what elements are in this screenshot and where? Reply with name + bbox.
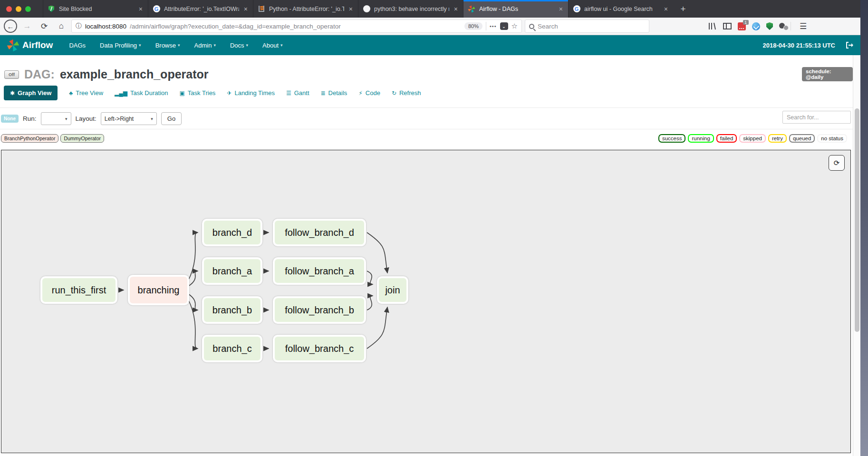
save-to-pocket-icon[interactable]: ⌄ bbox=[500, 22, 508, 30]
tab-close-icon[interactable]: × bbox=[453, 5, 459, 13]
new-tab-button[interactable]: + bbox=[673, 0, 693, 18]
browser-tab-google-search[interactable]: G airflow ui - Google Search × bbox=[568, 0, 673, 18]
browser-tab-site-blocked[interactable]: Site Blocked × bbox=[43, 0, 148, 18]
browser-tab-python-stackoverflow[interactable]: Python - AttributeError: '_io.Te × bbox=[253, 0, 358, 18]
browser-tab-attributeerror[interactable]: G AttributeError: '_io.TextIOWrapp × bbox=[148, 0, 253, 18]
tab-gantt[interactable]: ☰Gantt bbox=[286, 89, 309, 97]
desktop-background bbox=[860, 0, 868, 456]
blue-extension-icon[interactable] bbox=[752, 22, 760, 30]
tab-close-icon[interactable]: × bbox=[663, 5, 669, 13]
go-button[interactable]: Go bbox=[161, 112, 182, 125]
layout-select[interactable]: Left->Right ▾ bbox=[101, 112, 157, 125]
nav-item-about[interactable]: About▾ bbox=[262, 42, 283, 49]
forward-icon[interactable]: → bbox=[20, 19, 34, 33]
tab-task-tries[interactable]: ▣Task Tries bbox=[180, 89, 216, 97]
home-icon[interactable]: ⌂ bbox=[54, 19, 68, 33]
run-select[interactable]: ▾ bbox=[41, 112, 71, 125]
tab-tree-view[interactable]: ♣Tree View bbox=[69, 89, 103, 97]
logout-icon[interactable] bbox=[846, 41, 854, 49]
bookmark-star-icon[interactable]: ☆ bbox=[511, 22, 518, 30]
minimize-window-button[interactable] bbox=[16, 6, 21, 12]
details-icon: ≣ bbox=[321, 90, 326, 97]
graph-node-branch_b[interactable]: branch_b bbox=[202, 296, 262, 324]
graph-node-follow_branch_a[interactable]: follow_branch_a bbox=[273, 257, 366, 285]
dag-edge-branching-to-branch_c bbox=[188, 300, 198, 349]
tab-graph-view[interactable]: ✱Graph View bbox=[4, 86, 58, 100]
tab-task-duration[interactable]: ▂▄▆Task Duration bbox=[115, 89, 168, 97]
graph-node-join[interactable]: join bbox=[377, 276, 408, 304]
nav-item-data-profiling[interactable]: Data Profiling▾ bbox=[100, 42, 141, 49]
scrollbar-thumb[interactable] bbox=[855, 108, 859, 332]
cookie-extension-icon[interactable] bbox=[779, 22, 788, 30]
task-search-input[interactable] bbox=[782, 111, 851, 124]
tab-details[interactable]: ≣Details bbox=[321, 89, 347, 97]
zoom-level-badge[interactable]: 80% bbox=[464, 22, 482, 30]
divider bbox=[791, 22, 791, 30]
layout-label: Layout: bbox=[76, 115, 96, 122]
shield-favicon-icon bbox=[48, 5, 55, 13]
nav-item-browse[interactable]: Browse▾ bbox=[155, 42, 180, 49]
code-icon: ⚡ bbox=[358, 90, 362, 97]
graph-node-follow_branch_c[interactable]: follow_branch_c bbox=[273, 335, 366, 362]
operator-badge-branchpython: BranchPythonOperator bbox=[1, 134, 58, 143]
graph-refresh-button[interactable]: ⟳ bbox=[829, 155, 845, 171]
dag-view-tabs: ✱Graph View ♣Tree View ▂▄▆Task Duration … bbox=[4, 86, 421, 100]
tab-close-icon[interactable]: × bbox=[138, 5, 144, 13]
close-window-button[interactable] bbox=[6, 6, 12, 12]
google-favicon-icon: G bbox=[153, 5, 160, 13]
graph-node-run_this_first[interactable]: run_this_first bbox=[40, 276, 117, 304]
divider bbox=[486, 22, 486, 30]
page-actions-icon[interactable]: ••• bbox=[490, 23, 497, 29]
dag-pause-toggle[interactable]: Off bbox=[4, 70, 19, 79]
graph-node-follow_branch_b[interactable]: follow_branch_b bbox=[273, 296, 366, 324]
shield-extension-icon[interactable] bbox=[766, 22, 773, 30]
nav-item-admin[interactable]: Admin▾ bbox=[194, 42, 216, 49]
sidebar-icon[interactable] bbox=[723, 22, 732, 30]
airflow-navbar: Airflow DAGs Data Profiling▾ Browse▾ Adm… bbox=[0, 35, 860, 55]
nav-item-docs[interactable]: Docs▾ bbox=[230, 42, 248, 49]
chevron-down-icon: ▾ bbox=[280, 43, 283, 48]
page-scrollbar[interactable] bbox=[853, 55, 860, 456]
operator-badge-dummy: DummyOperator bbox=[60, 134, 104, 143]
reload-icon[interactable]: ⟳ bbox=[37, 19, 51, 33]
dag-edge-follow_branch_b-to-join bbox=[367, 296, 373, 310]
graph-node-branching[interactable]: branching bbox=[128, 275, 189, 305]
graph-node-branch_d[interactable]: branch_d bbox=[202, 219, 262, 246]
graph-node-follow_branch_d[interactable]: follow_branch_d bbox=[273, 219, 366, 246]
tab-landing-times[interactable]: ✈Landing Times bbox=[227, 89, 275, 97]
state-badge-retry: retry bbox=[768, 134, 787, 143]
browser-toolbar: ← → ⟳ ⌂ ⓘ localhost:8080 /admin/airflow/… bbox=[0, 18, 860, 35]
menu-icon[interactable]: ☰ bbox=[800, 21, 807, 31]
browser-search-input[interactable] bbox=[538, 23, 633, 30]
tab-refresh[interactable]: ↻Refresh bbox=[392, 89, 421, 97]
library-icon[interactable] bbox=[708, 22, 717, 30]
back-icon[interactable]: ← bbox=[4, 19, 17, 33]
tab-close-icon[interactable]: × bbox=[348, 5, 354, 13]
site-info-icon[interactable]: ⓘ bbox=[76, 22, 82, 30]
graph-node-branch_c[interactable]: branch_c bbox=[202, 335, 262, 362]
chevron-down-icon: ▾ bbox=[178, 43, 180, 48]
tab-close-icon[interactable]: × bbox=[243, 5, 249, 13]
tab-code[interactable]: ⚡Code bbox=[358, 89, 380, 97]
dag-graph-canvas[interactable]: ⟳ run_this_firstbranchingbranch_dfollow_… bbox=[1, 150, 851, 453]
dag-title-prefix: DAG: bbox=[24, 68, 55, 81]
task-duration-icon: ▂▄▆ bbox=[115, 90, 127, 97]
search-icon bbox=[529, 24, 534, 29]
schedule-badge: schedule: @daily bbox=[802, 67, 853, 81]
url-bar[interactable]: ⓘ localhost:8080 /admin/airflow/graph?ex… bbox=[71, 19, 522, 33]
utc-clock: 2018-04-30 21:55:13 UTC bbox=[763, 42, 835, 49]
zoom-window-button[interactable] bbox=[25, 6, 31, 12]
browser-tab-airflow-active[interactable]: Airflow - DAGs × bbox=[463, 0, 568, 18]
adblock-extension-icon[interactable]: ••• 1 bbox=[738, 22, 746, 30]
divider bbox=[0, 129, 853, 129]
browser-search-bar[interactable] bbox=[525, 19, 649, 33]
graph-node-branch_a[interactable]: branch_a bbox=[202, 257, 262, 285]
toolbar-extensions: ••• 1 bbox=[708, 22, 788, 30]
task-tries-icon: ▣ bbox=[180, 90, 185, 97]
airflow-brand[interactable]: Airflow bbox=[7, 39, 53, 52]
state-badge-queued: queued bbox=[789, 134, 815, 143]
nav-item-dags[interactable]: DAGs bbox=[69, 42, 86, 49]
airflow-page: schedule: @daily Off DAG: example_branch… bbox=[0, 55, 853, 456]
tab-close-icon[interactable]: × bbox=[558, 5, 564, 13]
browser-tab-github[interactable]: python3: behave incorrectly mo × bbox=[358, 0, 463, 18]
